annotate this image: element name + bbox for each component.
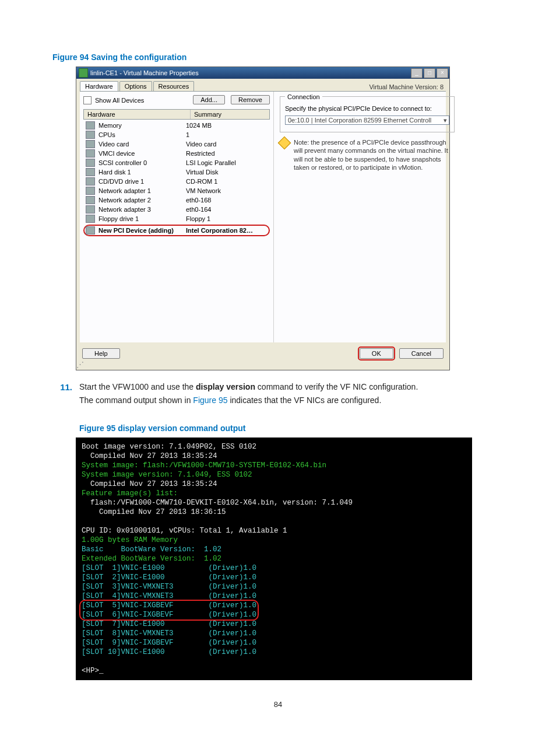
memory-icon (86, 121, 95, 130)
nic-icon (86, 196, 95, 204)
terminal-output: Boot image version: 7.1.049P02, ESS 0102… (76, 438, 472, 680)
maximize-button[interactable]: □ (424, 68, 435, 78)
show-all-label: Show All Devices (95, 97, 144, 104)
resize-grip-icon[interactable]: ⋰ (76, 360, 448, 369)
tab-options[interactable]: Options (119, 81, 152, 91)
nic-icon (86, 205, 95, 214)
window-titlebar: linlin-CE1 - Virtual Machine Properties … (76, 67, 449, 79)
cpu-icon (86, 131, 95, 139)
pci-icon (86, 226, 95, 235)
hw-row-new-pci[interactable]: New PCI Device (adding)Intel Corporation… (83, 225, 270, 236)
window-title: linlin-CE1 - Virtual Machine Properties (90, 69, 411, 76)
minimize-button[interactable]: _ (411, 68, 423, 78)
hw-row[interactable]: Network adapter 1VM Network (83, 186, 270, 195)
close-button[interactable]: × (437, 68, 448, 78)
figure-95-title: Figure 95 display version command output (79, 424, 504, 433)
show-all-checkbox[interactable] (83, 96, 92, 104)
nic-icon (86, 187, 95, 195)
figure-95-link[interactable]: Figure 95 (193, 396, 227, 405)
hw-row[interactable]: SCSI controller 0LSI Logic Parallel (83, 158, 270, 167)
figure-94-title: Figure 94 Saving the configuration (52, 52, 504, 62)
hw-row[interactable]: Network adapter 2eth0-168 (83, 195, 270, 205)
floppy-icon (86, 215, 95, 223)
cddvd-icon (86, 177, 95, 186)
connection-desc: Specify the physical PCI/PCIe Device to … (285, 105, 449, 112)
tab-resources[interactable]: Resources (153, 81, 195, 91)
warning-icon (278, 136, 291, 150)
col-hardware: Hardware (84, 110, 191, 119)
col-summary: Summary (191, 110, 269, 119)
cancel-button[interactable]: Cancel (399, 348, 444, 359)
add-button[interactable]: Add... (193, 95, 225, 104)
warning-text: Note: the presence of a PCI/PCIe device … (294, 138, 455, 172)
step-subtext: The command output shown in Figure 95 in… (79, 394, 504, 406)
page-number: 84 (52, 700, 504, 709)
connection-legend: Connection (285, 93, 322, 100)
video-icon (86, 140, 95, 148)
remove-button[interactable]: Remove (231, 95, 270, 104)
hw-row[interactable]: VMCI deviceRestricted (83, 149, 270, 158)
step-text: Start the VFW1000 and use the display ve… (79, 382, 504, 391)
step-number: 11. (52, 382, 72, 392)
ok-button[interactable]: OK (360, 348, 393, 359)
hw-row[interactable]: Memory1024 MB (83, 121, 270, 130)
hw-row[interactable]: Hard disk 1Virtual Disk (83, 167, 270, 177)
app-icon (79, 68, 88, 78)
hw-row[interactable]: Floppy drive 1Floppy 1 (83, 214, 270, 223)
hw-row[interactable]: CD/DVD drive 1CD-ROM 1 (83, 177, 270, 186)
hardware-list: Memory1024 MB CPUs1 Video cardVideo card… (83, 121, 270, 236)
hw-row[interactable]: Network adapter 3eth0-164 (83, 205, 270, 214)
hw-row[interactable]: CPUs1 (83, 130, 270, 139)
scsi-icon (86, 159, 95, 167)
vmci-icon (86, 149, 95, 158)
vm-properties-dialog: linlin-CE1 - Virtual Machine Properties … (76, 66, 504, 370)
hw-row[interactable]: Video cardVideo card (83, 139, 270, 149)
pci-device-select[interactable]: 0e:10.0 | Intel Corporation 82599 Ethern… (285, 116, 449, 125)
harddisk-icon (86, 168, 95, 176)
vm-version-label: Virtual Machine Version: 8 (369, 83, 444, 90)
tab-hardware[interactable]: Hardware (80, 81, 118, 91)
help-button[interactable]: Help (82, 348, 120, 359)
